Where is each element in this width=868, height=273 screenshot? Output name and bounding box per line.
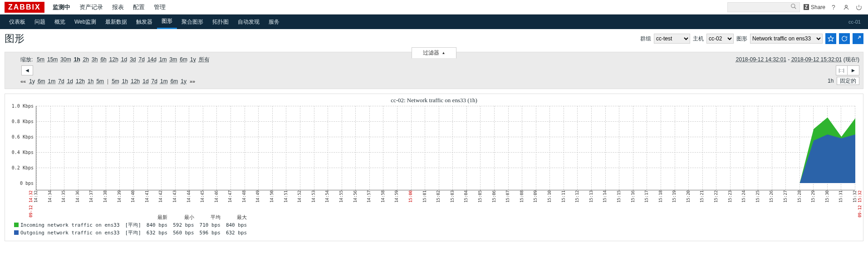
shift-link[interactable]: 1m — [48, 78, 56, 84]
search-input[interactable] — [727, 2, 800, 12]
graph-select[interactable]: Network traffic on ens33 — [750, 34, 823, 44]
zoom-link[interactable]: 所有 — [199, 56, 210, 63]
x-tick-label: 15:05 — [478, 190, 482, 203]
subnav-item[interactable]: 聚合图形 — [177, 15, 208, 29]
zoom-link[interactable]: 3m — [170, 56, 177, 63]
topnav-item[interactable]: 监测中 — [48, 3, 75, 11]
shift-link[interactable]: 1d — [142, 78, 148, 84]
date-from[interactable]: 2018-09-12 14:32:01 — [736, 56, 786, 63]
legend-row: Outgoing network traffic on ens33[平均]632… — [14, 229, 251, 236]
topnav-menu: 监测中资产记录报表配置管理 — [48, 3, 170, 11]
share-link[interactable]: Z Share — [804, 4, 825, 10]
zoom-link[interactable]: 1m — [159, 56, 167, 63]
nav-dots-button[interactable]: |::| — [836, 65, 848, 75]
subnav-item[interactable]: 仪表板 — [5, 15, 30, 29]
zoom-link[interactable]: 5m — [37, 56, 44, 63]
subnav-item[interactable]: 触发器 — [132, 15, 157, 29]
zoom-link[interactable]: 2h — [83, 56, 89, 63]
zoom-link[interactable]: 1d — [121, 56, 127, 63]
subnav-item[interactable]: 最新数据 — [101, 15, 132, 29]
user-icon[interactable] — [842, 3, 851, 12]
favorite-button[interactable] — [825, 33, 836, 44]
x-tick-label: 15:17 — [644, 190, 649, 203]
x-tick-label: 15:12 — [575, 190, 579, 203]
subnav-item[interactable]: 自动发现 — [233, 15, 264, 29]
subnav-item[interactable]: 服务 — [264, 15, 284, 29]
power-icon[interactable] — [854, 3, 863, 12]
x-tick-label: 15:08 — [520, 190, 524, 203]
date-to[interactable]: 2018-09-12 15:32:01 — [791, 56, 842, 63]
chart-plot[interactable]: 0 bps0.2 Kbps0.4 Kbps0.6 Kbps0.8 Kbps1.0… — [36, 106, 855, 190]
x-tick-label: 14:46 — [214, 190, 219, 203]
fullscreen-button[interactable] — [853, 33, 863, 44]
shift-link[interactable]: 5m — [112, 78, 119, 84]
zoom-link[interactable]: 12h — [109, 56, 118, 63]
x-tick-label: 15:00 — [408, 190, 413, 203]
zoom-links: 5m15m30m1h2h3h6h12h1d3d7d14d1m3m6m1y所有 — [35, 56, 211, 64]
x-tick-label: 14:39 — [117, 190, 122, 203]
shift-link[interactable]: 6m — [171, 78, 178, 84]
x-tick-label: 15:09 — [533, 190, 538, 203]
topnav-item[interactable]: 资产记录 — [75, 3, 108, 11]
x-tick-label: 14:49 — [255, 190, 260, 203]
shift-link[interactable]: 12h — [76, 78, 85, 84]
subnav-item[interactable]: 概览 — [50, 15, 70, 29]
refresh-button[interactable] — [839, 33, 850, 44]
zoom-link[interactable]: 1y — [190, 56, 196, 63]
x-tick-label: 14:53 — [311, 190, 316, 203]
subnav-item[interactable]: 图形 — [157, 15, 177, 29]
x-tick-label: 15:11 — [561, 190, 566, 203]
shift-link[interactable]: 1h — [122, 78, 128, 84]
shift-link[interactable]: 1y — [29, 78, 35, 84]
host-select[interactable]: cc-02 — [706, 34, 734, 44]
filter-toggle[interactable]: 过滤器 — [412, 47, 457, 59]
zoom-label: 缩放: — [20, 56, 33, 64]
help-icon[interactable]: ? — [829, 3, 838, 12]
group-select[interactable]: cc-test — [654, 34, 690, 44]
topnav-item[interactable]: 报表 — [108, 3, 128, 11]
shift-link[interactable]: 5m — [96, 78, 104, 84]
subnav-item[interactable]: Web监测 — [70, 15, 101, 29]
nav-next-button[interactable]: ► — [848, 65, 859, 75]
zoom-link[interactable]: 30m — [60, 56, 71, 63]
x-tick-label: 15:14 — [603, 190, 607, 203]
zoom-link[interactable]: 14d — [147, 56, 157, 63]
zoom-link[interactable]: 6m — [180, 56, 187, 63]
x-tick-label: 15:32 — [853, 190, 857, 203]
shift-link[interactable]: 1y — [181, 78, 186, 84]
x-tick-label: 15:21 — [700, 190, 704, 203]
shift-link[interactable]: 1d — [67, 78, 73, 84]
subnav-item[interactable]: 问题 — [30, 15, 50, 29]
date-now: (现在!) — [843, 56, 859, 63]
top-nav: ZABBIX 监测中资产记录报表配置管理 Z Share ? — [0, 0, 868, 15]
x-tick-label: 15:31 — [839, 190, 843, 203]
subnav-menu: 仪表板问题概览Web监测最新数据触发器图形聚合图形拓扑图自动发现服务 — [5, 15, 284, 29]
shift-right-all[interactable]: »» — [190, 79, 195, 84]
shift-link[interactable]: 1h — [88, 78, 93, 84]
shift-link[interactable]: 7d — [58, 78, 64, 84]
zoom-link[interactable]: 15m — [47, 56, 58, 63]
shift-left-all[interactable]: «« — [20, 79, 26, 84]
nav-prev-button[interactable]: ◄ — [21, 65, 33, 75]
zoom-link[interactable]: 6h — [100, 56, 106, 63]
shift-link[interactable]: 7d — [152, 78, 157, 84]
topnav-item[interactable]: 管理 — [149, 3, 170, 11]
x-tick-label: 14:34 — [48, 190, 52, 203]
shift-right-links: 5m1h12h1d7d1m6m1y — [110, 78, 188, 84]
topnav-item[interactable]: 配置 — [128, 3, 149, 11]
x-edge-label: 09-12 15:32 — [858, 190, 862, 218]
page-header: 图形 群组 cc-test 主机 cc-02 图形 Network traffi… — [0, 29, 868, 48]
zoom-link[interactable]: 3d — [130, 56, 136, 63]
subnav-item[interactable]: 拓扑图 — [208, 15, 233, 29]
x-tick-label: 15:24 — [741, 190, 746, 203]
shift-link[interactable]: 6m — [38, 78, 45, 84]
shift-link[interactable]: 1m — [160, 78, 168, 84]
shift-link[interactable]: 12h — [131, 78, 140, 84]
zoom-link[interactable]: 3h — [92, 56, 98, 63]
group-label: 群组 — [640, 35, 651, 43]
svg-point-0 — [791, 4, 795, 8]
zoom-link[interactable]: 7d — [139, 56, 145, 63]
fixed-toggle[interactable]: 固定的 — [837, 77, 859, 85]
x-tick-label: 14:41 — [145, 190, 149, 203]
zoom-link[interactable]: 1h — [74, 56, 80, 63]
